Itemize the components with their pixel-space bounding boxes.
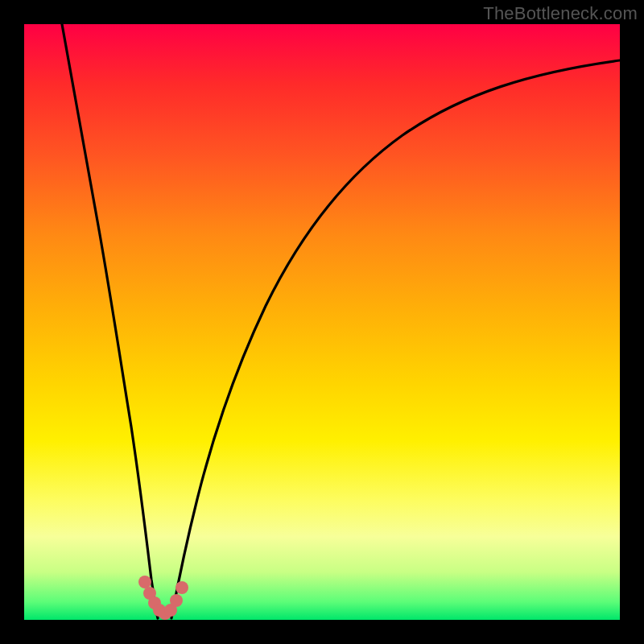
watermark-text: TheBottleneck.com [483, 3, 638, 24]
curve-right-branch [171, 60, 620, 618]
marker-dot [175, 581, 188, 594]
plot-area [24, 24, 620, 620]
curve-left-branch [62, 24, 158, 618]
bottom-marker-group [138, 576, 188, 620]
chart-frame: TheBottleneck.com [0, 0, 644, 644]
marker-dot [170, 594, 183, 607]
curve-layer [24, 24, 620, 620]
marker-dot [138, 576, 151, 588]
